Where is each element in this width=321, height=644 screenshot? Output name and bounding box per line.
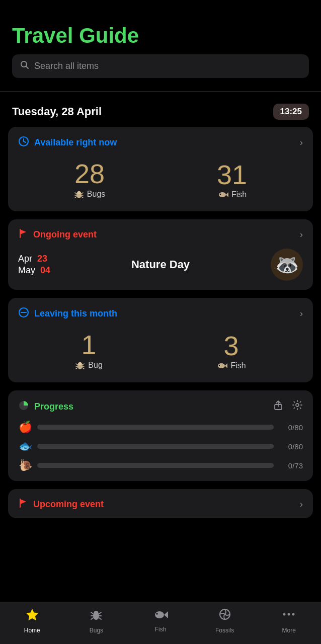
nav-fish-icon — [153, 608, 168, 624]
svg-point-30 — [219, 365, 220, 366]
svg-line-42 — [99, 612, 101, 614]
svg-line-12 — [82, 197, 83, 198]
gear-icon[interactable] — [292, 399, 303, 414]
app-title: Travel Guide — [12, 24, 309, 47]
svg-line-25 — [83, 364, 84, 365]
svg-marker-36 — [26, 609, 38, 620]
nav-more-label: More — [282, 627, 296, 634]
fruits-bar-wrap — [37, 425, 274, 430]
leaving-bug-count: 1 — [82, 331, 97, 358]
upcoming-event-header: Upcoming event › — [18, 498, 303, 510]
progress-rows: 🍎 0/80 🐟 0/80 🐌 — [18, 421, 303, 472]
svg-line-24 — [76, 368, 77, 369]
upcoming-event-title: Upcoming event — [33, 499, 104, 510]
progress-row-fish: 🐟 0/80 — [18, 440, 303, 453]
ongoing-event-title: Ongoing event — [33, 229, 97, 240]
upcoming-event-card-partial[interactable]: Upcoming event › — [8, 489, 313, 518]
progress-card[interactable]: Progress — [8, 390, 313, 481]
fossils-count: 0/73 — [279, 461, 303, 470]
leaving-month-card[interactable]: Leaving this month › 1 — [8, 298, 313, 382]
nav-more-icon — [282, 607, 296, 625]
flag-upcoming-icon — [18, 498, 28, 510]
ongoing-event-header: Ongoing event › — [18, 228, 303, 240]
nav-bugs[interactable]: Bugs — [78, 607, 114, 634]
nav-fossils-label: Fossils — [215, 627, 234, 634]
available-now-header: Available right now › — [18, 136, 303, 149]
leaving-month-chevron: › — [300, 308, 303, 319]
svg-line-10 — [82, 193, 83, 194]
nav-fish-label: Fish — [155, 626, 167, 633]
ongoing-event-chevron: › — [300, 229, 303, 240]
leaving-month-counts: 1 Bug — [18, 328, 303, 373]
nav-more[interactable]: More — [271, 607, 306, 634]
svg-point-21 — [78, 362, 82, 365]
svg-point-47 — [156, 613, 158, 615]
nav-fish[interactable]: Fish — [143, 608, 178, 633]
fish-progress-count: 0/80 — [279, 442, 303, 451]
progress-actions — [273, 399, 303, 414]
upcoming-event-chevron: › — [300, 499, 303, 510]
svg-point-15 — [220, 194, 221, 195]
fish-count-item: 31 Fish — [217, 161, 247, 199]
minus-circle-icon — [18, 307, 29, 320]
svg-line-27 — [83, 368, 84, 369]
flag-icon — [18, 228, 28, 240]
search-icon — [20, 60, 29, 72]
svg-point-38 — [94, 611, 99, 615]
svg-line-4 — [24, 141, 26, 142]
svg-point-13 — [219, 192, 226, 197]
ongoing-event-card[interactable]: Ongoing event › Apr 23 May 04 — [8, 219, 313, 290]
clock-icon — [18, 136, 29, 149]
fossils-bar-wrap — [37, 463, 274, 468]
date-label: Tuesday, 28 April — [12, 105, 102, 118]
leaving-fish-label: Fish — [216, 361, 246, 370]
leaving-fish-count: 3 — [224, 332, 239, 359]
content-area: Travel Guide Search all items Tuesday, 2… — [0, 0, 321, 644]
bugs-count: 28 — [74, 160, 105, 187]
fish-bar-wrap — [37, 444, 274, 449]
svg-line-41 — [91, 618, 93, 619]
share-icon[interactable] — [273, 399, 284, 414]
svg-marker-17 — [20, 229, 26, 234]
nav-home[interactable]: Home — [15, 607, 50, 634]
leaving-bug-label: Bug — [75, 360, 102, 370]
svg-point-6 — [77, 191, 81, 194]
bugs-count-item: 28 Bugs — [74, 160, 105, 199]
progress-title-group: Progress — [18, 400, 73, 413]
svg-point-33 — [296, 404, 299, 407]
nav-fossils-icon — [218, 607, 232, 625]
progress-title: Progress — [34, 401, 73, 412]
available-now-counts: 28 Bugs — [18, 157, 303, 202]
svg-point-51 — [292, 613, 295, 616]
apple-icon: 🍎 — [18, 421, 32, 434]
available-now-card[interactable]: Available right now › 28 — [8, 127, 313, 211]
event-name: Nature Day — [50, 258, 271, 271]
date-row: Tuesday, 28 April 13:25 — [0, 97, 321, 127]
bugs-label: Bugs — [74, 189, 105, 199]
leaving-month-title: Leaving this month — [34, 308, 117, 319]
pie-icon — [18, 400, 29, 413]
search-bar[interactable]: Search all items — [12, 54, 309, 78]
snail-icon: 🐌 — [18, 459, 32, 472]
svg-line-44 — [99, 618, 101, 619]
available-now-chevron: › — [300, 137, 303, 148]
fruits-count: 0/80 — [279, 423, 303, 432]
progress-header: Progress — [18, 399, 303, 414]
svg-marker-46 — [164, 611, 168, 618]
ongoing-event-title-group: Ongoing event — [18, 228, 97, 240]
svg-line-1 — [26, 66, 29, 69]
fish-icon — [217, 191, 228, 199]
search-placeholder: Search all items — [34, 61, 99, 71]
leaving-fish-count-item: 3 Fish — [216, 332, 246, 370]
svg-point-50 — [288, 613, 290, 616]
svg-line-7 — [75, 193, 76, 194]
nav-fossils[interactable]: Fossils — [207, 607, 243, 634]
leaving-bug-count-item: 1 Bug — [75, 331, 102, 370]
svg-point-45 — [155, 611, 164, 618]
nav-bugs-icon — [89, 607, 103, 625]
available-now-title: Available right now — [34, 137, 117, 148]
bug-icon — [74, 189, 84, 199]
leaving-month-header: Leaving this month › — [18, 307, 303, 320]
event-icon: 🦝 — [271, 249, 303, 281]
svg-marker-14 — [226, 192, 228, 197]
